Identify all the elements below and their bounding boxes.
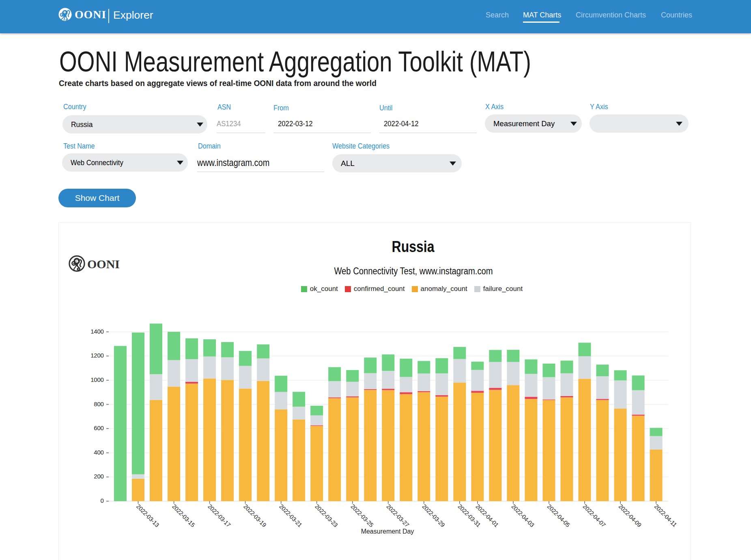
svg-text:2022-03-21: 2022-03-21 — [278, 503, 303, 528]
svg-text:2022-03-27: 2022-03-27 — [385, 503, 410, 528]
svg-text:1400: 1400 — [90, 328, 103, 335]
svg-text:800: 800 — [94, 401, 103, 407]
svg-text:2022-04-09: 2022-04-09 — [618, 503, 643, 528]
svg-text:2022-03-29: 2022-03-29 — [421, 503, 446, 528]
svg-text:2022-03-19: 2022-03-19 — [242, 503, 267, 528]
svg-text:1000: 1000 — [90, 376, 103, 383]
svg-text:2022-03-25: 2022-03-25 — [349, 503, 374, 528]
svg-text:1200: 1200 — [90, 352, 103, 359]
svg-text:2022-03-13: 2022-03-13 — [135, 503, 160, 528]
svg-text:0: 0 — [100, 497, 103, 504]
svg-text:Measurement Day: Measurement Day — [361, 528, 414, 535]
svg-text:2022-04-03: 2022-04-03 — [510, 503, 535, 528]
svg-text:2022-04-11: 2022-04-11 — [653, 503, 678, 528]
svg-text:600: 600 — [94, 424, 103, 431]
svg-text:400: 400 — [94, 449, 103, 456]
svg-text:2022-04-05: 2022-04-05 — [546, 503, 571, 528]
svg-text:2022-03-23: 2022-03-23 — [314, 503, 339, 528]
svg-text:2022-04-07: 2022-04-07 — [581, 503, 607, 528]
svg-text:200: 200 — [94, 473, 103, 480]
svg-text:2022-03-15: 2022-03-15 — [171, 503, 196, 528]
svg-text:2022-03-17: 2022-03-17 — [207, 503, 232, 528]
